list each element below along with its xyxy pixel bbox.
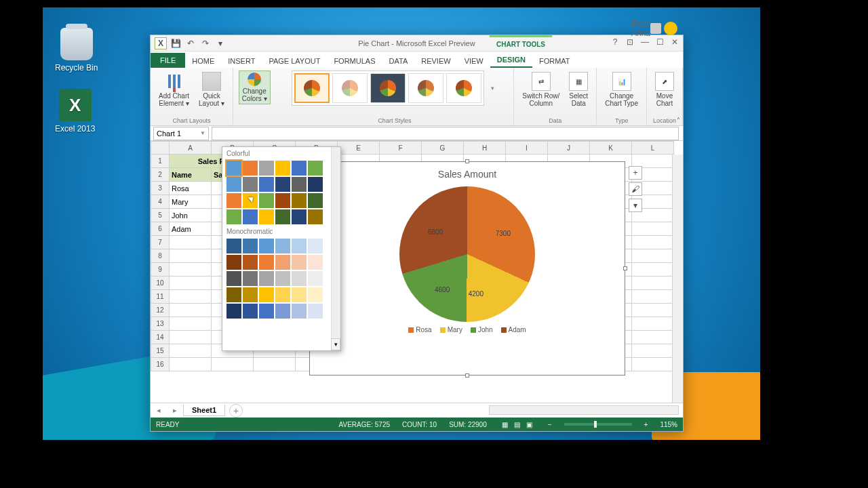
color-swatch[interactable] [259, 271, 274, 286]
color-swatch[interactable] [226, 239, 241, 253]
color-swatch[interactable] [308, 239, 323, 253]
tab-nav-next[interactable]: ▸ [167, 406, 183, 415]
horizontal-scrollbar[interactable] [489, 405, 679, 415]
close-button[interactable]: ✕ [668, 35, 682, 49]
tab-data[interactable]: DATA [382, 54, 415, 68]
maximize-button[interactable]: ☐ [653, 35, 667, 49]
move-chart-button[interactable]: Move Chart [652, 70, 677, 108]
resize-handle[interactable] [465, 373, 469, 378]
switch-row-col-button[interactable]: Switch Row/ Column [519, 70, 562, 108]
col-header[interactable]: H [464, 141, 506, 155]
chart-filter-button[interactable]: ▾ [629, 199, 642, 212]
select-data-button[interactable]: Select Data [566, 70, 591, 108]
color-swatch[interactable] [259, 287, 274, 302]
chart-styles-button[interactable]: 🖌 [629, 182, 642, 196]
color-swatch[interactable] [275, 304, 290, 319]
color-swatch[interactable] [275, 193, 290, 208]
change-colors-button[interactable]: Change Colors ▾ [239, 70, 271, 104]
cell[interactable] [170, 236, 212, 249]
add-chart-element-button[interactable]: Add Chart Element ▾ [156, 70, 192, 108]
color-swatch[interactable] [226, 271, 241, 286]
cell[interactable] [632, 249, 674, 263]
color-swatch[interactable] [226, 287, 241, 302]
cell[interactable] [632, 344, 674, 358]
formula-input[interactable] [212, 127, 679, 140]
sheet-tab[interactable]: Sheet1 [183, 405, 225, 416]
cell[interactable] [632, 304, 674, 317]
row-header[interactable]: 13 [151, 317, 170, 331]
cell[interactable] [170, 249, 212, 263]
color-swatch[interactable] [226, 161, 241, 176]
cell[interactable] [170, 277, 212, 290]
color-swatch[interactable] [292, 193, 307, 208]
chart-style-3[interactable] [370, 73, 406, 103]
legend-item[interactable]: Rosa [408, 326, 431, 333]
color-swatch[interactable] [226, 177, 241, 192]
color-swatch[interactable] [275, 161, 290, 176]
row-header[interactable]: 12 [151, 304, 170, 317]
resize-handle[interactable] [623, 266, 627, 270]
cell[interactable]: Rosa [170, 182, 212, 195]
color-swatch[interactable] [308, 177, 323, 192]
color-swatch[interactable] [259, 161, 274, 176]
qat-redo[interactable]: ↷ [199, 37, 212, 49]
qat-custom[interactable]: ▾ [214, 37, 226, 49]
tab-file[interactable]: FILE [151, 53, 185, 68]
feedback-icon[interactable] [664, 22, 677, 35]
desktop-icon-excel[interactable]: Excel 2013 [55, 89, 95, 134]
collapse-ribbon[interactable]: ˄ [677, 117, 680, 124]
color-swatch[interactable] [259, 209, 274, 224]
tab-insert[interactable]: INSERT [221, 54, 262, 68]
color-swatch[interactable] [243, 239, 258, 253]
row-header[interactable]: 8 [151, 249, 170, 263]
legend-item[interactable]: Mary [440, 326, 462, 333]
cell[interactable] [632, 358, 674, 371]
chart-styles-gallery[interactable] [292, 70, 484, 106]
color-swatch[interactable] [308, 193, 323, 208]
pie-plot[interactable]: 7300 4200 4600 6800 [399, 186, 535, 322]
color-swatch[interactable] [243, 193, 258, 208]
cell[interactable] [212, 358, 254, 371]
col-header[interactable]: L [632, 141, 674, 155]
cell[interactable] [632, 290, 674, 304]
tab-nav-prev[interactable]: ◂ [151, 406, 167, 415]
desktop-icon-recycle[interactable]: Recycle Bin [55, 28, 98, 73]
chart-style-2[interactable] [332, 73, 368, 103]
color-swatch[interactable] [308, 287, 323, 302]
qat-save[interactable]: 💾 [170, 37, 182, 49]
color-swatch[interactable] [292, 239, 307, 253]
chart-elements-button[interactable]: + [629, 166, 642, 180]
row-header[interactable]: 16 [151, 358, 170, 371]
row-header[interactable]: 1 [151, 155, 170, 168]
color-swatch[interactable] [292, 255, 307, 270]
tab-view[interactable]: VIEW [458, 54, 490, 68]
row-header[interactable]: 15 [151, 344, 170, 358]
row-header[interactable]: 6 [151, 222, 170, 236]
color-swatch[interactable] [292, 209, 307, 224]
cell[interactable] [170, 344, 212, 358]
color-swatch[interactable] [243, 287, 258, 302]
color-swatch[interactable] [226, 193, 241, 208]
color-swatch[interactable] [243, 209, 258, 224]
color-swatch[interactable] [308, 255, 323, 270]
cell[interactable]: Adam [170, 222, 212, 236]
tab-review[interactable]: REVIEW [414, 54, 457, 68]
row-header[interactable]: 11 [151, 290, 170, 304]
row-header[interactable]: 2 [151, 168, 170, 182]
color-swatch[interactable] [292, 304, 307, 319]
color-swatch[interactable] [243, 271, 258, 286]
help-button[interactable]: ? [608, 35, 622, 49]
color-swatch[interactable] [292, 271, 307, 286]
cell[interactable] [254, 358, 296, 371]
color-swatch[interactable] [275, 255, 290, 270]
legend-item[interactable]: John [471, 326, 493, 333]
color-swatch[interactable] [275, 177, 290, 192]
col-header[interactable]: A [170, 141, 212, 155]
qat-undo[interactable]: ↶ [184, 37, 197, 49]
tab-format[interactable]: FORMAT [532, 54, 577, 68]
cell[interactable]: Mary [170, 195, 212, 209]
color-swatch[interactable] [226, 209, 241, 224]
legend-item[interactable]: Adam [501, 326, 526, 333]
color-swatch[interactable] [275, 287, 290, 302]
color-swatch[interactable] [243, 177, 258, 192]
